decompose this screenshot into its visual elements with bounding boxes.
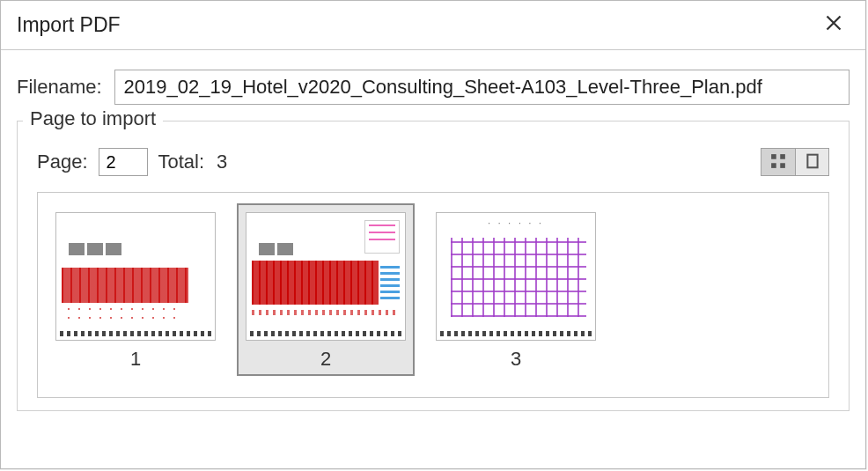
total-value: 3: [217, 151, 227, 173]
page-thumbnail[interactable]: 2: [237, 203, 415, 376]
filename-input[interactable]: [114, 70, 850, 105]
svg-rect-1: [780, 154, 785, 159]
close-icon: [825, 13, 842, 37]
view-single-button[interactable]: [795, 149, 828, 175]
thumbnail-number: 3: [511, 348, 521, 371]
view-toggle: [761, 148, 829, 176]
filename-label: Filename:: [17, 76, 102, 99]
thumbnail-preview: · · · · · ·: [436, 212, 596, 341]
grid-icon: [770, 153, 786, 172]
page-label: Page:: [37, 151, 88, 173]
svg-rect-2: [771, 163, 776, 168]
single-page-icon: [805, 153, 820, 172]
page-thumbnail[interactable]: · · · · · · 3: [427, 203, 605, 376]
page-toolbar: Page: Total: 3: [37, 148, 829, 176]
thumbnail-number: 1: [130, 348, 141, 371]
dialog-title: Import PDF: [17, 13, 121, 37]
page-thumbnail[interactable]: 1: [47, 203, 224, 376]
import-pdf-dialog: Import PDF Filename: Page to import Page…: [0, 0, 866, 469]
titlebar: Import PDF: [1, 1, 865, 50]
thumbnail-number: 2: [320, 348, 331, 371]
page-controls: Page: Total: 3: [37, 148, 227, 176]
svg-rect-4: [807, 154, 817, 167]
page-to-import-group: Page to import Page: Total: 3: [17, 121, 850, 411]
thumbnail-preview: [246, 212, 406, 341]
group-legend: Page to import: [23, 107, 163, 130]
thumbnail-preview: [55, 212, 216, 341]
close-button[interactable]: [811, 8, 857, 43]
filename-row: Filename:: [17, 70, 850, 105]
view-grid-button[interactable]: [761, 149, 795, 175]
svg-rect-0: [771, 154, 776, 159]
svg-rect-3: [780, 163, 785, 168]
total-label: Total:: [158, 151, 205, 173]
page-number-input[interactable]: [99, 148, 148, 176]
thumbnail-list: 1 2: [37, 192, 829, 398]
dialog-body: Filename: Page to import Page: Total: 3: [1, 50, 865, 468]
